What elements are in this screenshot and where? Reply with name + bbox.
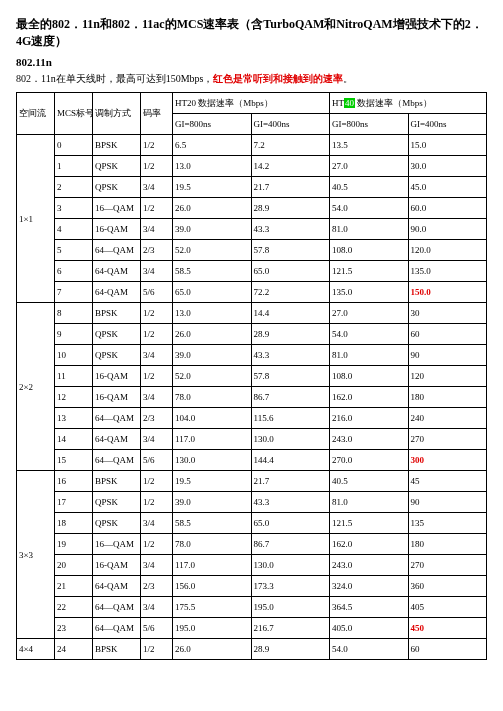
data-cell: 270 [408,429,487,450]
data-cell: 1/2 [141,639,173,660]
data-cell: 81.0 [330,345,409,366]
data-cell: 19.5 [173,177,252,198]
data-cell: 64-QAM [93,261,141,282]
data-cell: 243.0 [330,429,409,450]
data-cell: 14.2 [251,156,330,177]
data-cell: 0 [55,135,93,156]
data-cell: 13.5 [330,135,409,156]
data-cell: 121.5 [330,513,409,534]
data-cell: 64—QAM [93,597,141,618]
data-cell: 90 [408,345,487,366]
data-cell: 144.4 [251,450,330,471]
data-cell: 120.0 [408,240,487,261]
data-cell: 65.0 [251,261,330,282]
data-cell: 405.0 [330,618,409,639]
data-cell: 18 [55,513,93,534]
data-cell: 13 [55,408,93,429]
data-cell: 57.8 [251,366,330,387]
data-cell: 43.3 [251,345,330,366]
data-cell: QPSK [93,324,141,345]
hdr-gi800-1: GI=800ns [173,114,252,135]
data-cell: 64—QAM [93,618,141,639]
data-cell: 4 [55,219,93,240]
data-cell: 90.0 [408,219,487,240]
data-cell: 450 [408,618,487,639]
data-cell: 2/3 [141,576,173,597]
note-pre: 802．11n在单天线时，最高可达到150Mbps， [16,73,213,84]
data-cell: 30.0 [408,156,487,177]
data-cell: 78.0 [173,387,252,408]
data-cell: 243.0 [330,555,409,576]
data-cell: 1/2 [141,324,173,345]
data-cell: 180 [408,387,487,408]
data-cell: QPSK [93,345,141,366]
data-cell: 195.0 [251,597,330,618]
mcs-table: 空间流MCS标号调制方式码率HT20 数据速率（Mbps）HT40 数据速率（M… [16,92,487,660]
data-cell: 43.3 [251,492,330,513]
data-cell: 58.5 [173,513,252,534]
data-cell: 270 [408,555,487,576]
data-cell: 5 [55,240,93,261]
data-cell: 1/2 [141,366,173,387]
data-cell: 20 [55,555,93,576]
note-post: 。 [343,73,353,84]
data-cell: 21.7 [251,471,330,492]
data-cell: 130.0 [173,450,252,471]
data-cell: 14 [55,429,93,450]
data-cell: 121.5 [330,261,409,282]
data-cell: 26.0 [173,639,252,660]
hdr-ht20: HT20 数据速率（Mbps） [173,93,330,114]
data-cell: 39.0 [173,219,252,240]
data-cell: 64-QAM [93,576,141,597]
data-cell: BPSK [93,471,141,492]
data-cell: 2 [55,177,93,198]
data-cell: 65.0 [173,282,252,303]
data-cell: 1/2 [141,303,173,324]
data-cell: 135.0 [330,282,409,303]
data-cell: 270.0 [330,450,409,471]
data-cell: 3/4 [141,513,173,534]
data-cell: 21 [55,576,93,597]
data-cell: 10 [55,345,93,366]
data-cell: 28.9 [251,198,330,219]
data-cell: 117.0 [173,429,252,450]
data-cell: 6.5 [173,135,252,156]
data-cell: 162.0 [330,387,409,408]
data-cell: 16—QAM [93,534,141,555]
data-cell: 81.0 [330,492,409,513]
data-cell: 16-QAM [93,219,141,240]
data-cell: 65.0 [251,513,330,534]
data-cell: 28.9 [251,639,330,660]
data-cell: 72.2 [251,282,330,303]
data-cell: 16—QAM [93,198,141,219]
data-cell: 90 [408,492,487,513]
data-cell: 3/4 [141,555,173,576]
data-cell: 2/3 [141,408,173,429]
data-cell: 13.0 [173,303,252,324]
data-cell: 240 [408,408,487,429]
section-heading: 802.11n [16,56,487,68]
hdr-mod: 调制方式 [93,93,141,135]
data-cell: 15.0 [408,135,487,156]
data-cell: 30 [408,303,487,324]
data-cell: BPSK [93,639,141,660]
data-cell: 7 [55,282,93,303]
data-cell: 3/4 [141,387,173,408]
data-cell: 45 [408,471,487,492]
data-cell: 3 [55,198,93,219]
hdr-gi800-2: GI=800ns [330,114,409,135]
data-cell: 360 [408,576,487,597]
data-cell: QPSK [93,513,141,534]
data-cell: 16-QAM [93,366,141,387]
data-cell: 45.0 [408,177,487,198]
data-cell: 108.0 [330,366,409,387]
data-cell: 64-QAM [93,429,141,450]
data-cell: 43.3 [251,219,330,240]
ss-cell: 3×3 [17,471,55,639]
data-cell: 21.7 [251,177,330,198]
data-cell: 40.5 [330,471,409,492]
data-cell: 40.5 [330,177,409,198]
data-cell: 162.0 [330,534,409,555]
data-cell: 180 [408,534,487,555]
data-cell: 19.5 [173,471,252,492]
